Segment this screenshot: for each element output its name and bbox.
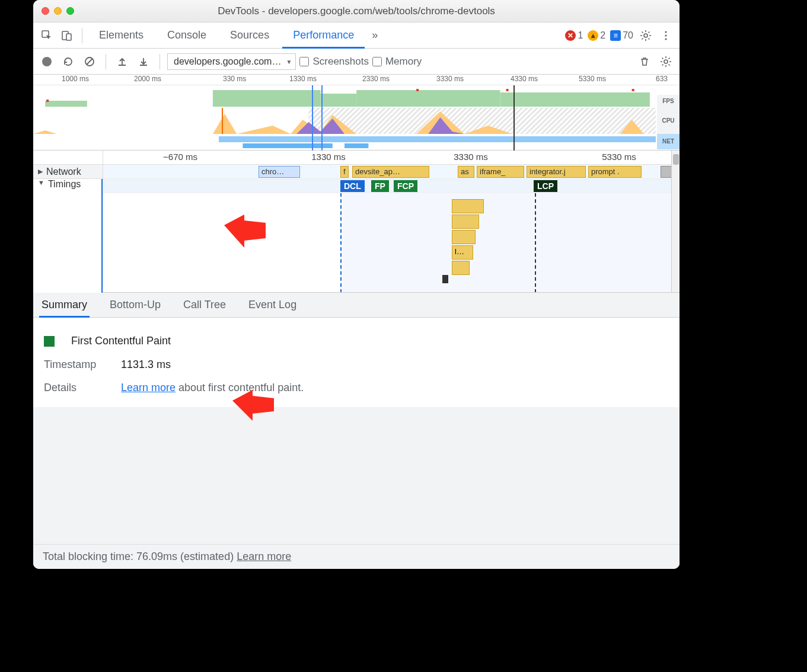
chevron-down-icon: ▼ [38,179,44,186]
flame-ruler: −670 ms 1330 ms 3330 ms 5330 ms [103,151,671,165]
memory-checkbox[interactable]: Memory [372,56,422,68]
svg-point-11 [664,60,668,63]
screenshots-label: Screenshots [312,56,369,68]
recording-selector[interactable]: developers.google.com… [167,53,296,70]
separator [82,28,82,43]
flame-tick: −670 ms [163,152,197,162]
error-count-value: 1 [578,30,583,41]
fps-lane [33,85,656,108]
close-window-button[interactable] [42,7,49,15]
learn-more-link[interactable]: Learn more [121,382,176,393]
tab-summary[interactable]: Summary [39,293,90,318]
long-task-bar[interactable] [452,261,470,275]
ruler-tick: 3330 ms [436,75,464,83]
details-label: Details [44,376,109,400]
upload-profile-icon[interactable] [113,53,131,71]
net-bar-gray[interactable] [661,166,671,178]
timestamp-label: Timestamp [44,353,109,377]
overview-selection[interactable] [312,85,323,151]
info-count[interactable]: ≡70 [609,30,634,41]
svg-marker-27 [224,215,266,248]
net-bar-integrator[interactable]: integrator.j [527,166,586,178]
tab-bottom-up[interactable]: Bottom-Up [107,293,163,318]
tab-elements[interactable]: Elements [88,23,154,49]
long-task-bar[interactable] [452,215,479,229]
fp-badge[interactable]: FP [371,180,389,192]
scrollbar-thumb[interactable] [673,154,679,165]
net-bar-prompt[interactable]: prompt . [588,166,642,178]
separator [160,54,160,69]
svg-rect-16 [500,92,650,107]
svg-line-8 [87,59,92,65]
ruler-tick: 2330 ms [362,75,390,83]
flame-body: −670 ms 1330 ms 3330 ms 5330 ms chro… f … [103,151,671,292]
record-button[interactable] [38,53,56,71]
performance-toolbar: developers.google.com… Screenshots Memor… [33,49,680,75]
perf-settings-icon[interactable] [657,53,675,71]
timings-area: l… [340,193,671,292]
download-profile-icon[interactable] [135,53,152,71]
minimize-window-button[interactable] [54,7,62,15]
lcp-line [535,193,536,292]
ruler-tick: 330 ms [223,75,246,83]
kebab-menu-icon[interactable] [657,27,675,44]
svg-rect-15 [356,90,500,107]
screenshots-checkbox[interactable]: Screenshots [299,56,369,68]
tab-console[interactable]: Console [157,23,217,49]
flame-chart[interactable]: ▶ Network ▼ Timings −670 ms 1330 ms 3330… [33,151,680,293]
network-track-header[interactable]: ▶ Network [33,165,103,179]
ruler-tick: 1000 ms [62,75,89,83]
clear-icon[interactable] [81,53,98,71]
zoom-window-button[interactable] [66,7,74,15]
long-task-bar[interactable] [452,230,476,244]
svg-rect-12 [45,101,87,107]
long-task-bar[interactable]: l… [452,245,473,260]
tabs-overflow[interactable]: » [367,29,382,41]
net-bar-as[interactable]: as [458,166,474,178]
flame-tick: 3330 ms [454,152,488,162]
footer-learn-more-link[interactable]: Learn more [237,551,291,562]
overview-timeline[interactable]: 1000 ms 2000 ms 330 ms 1330 ms 2330 ms 3… [33,75,680,151]
timings-track-header[interactable]: ▼ Timings [33,179,103,293]
device-toolbar-icon[interactable] [58,27,76,44]
ruler-tick: 4330 ms [511,75,538,83]
long-task-bar[interactable] [452,199,484,213]
net-bar-devsite[interactable]: devsite_ap… [352,166,429,178]
reload-record-icon[interactable] [59,53,77,71]
svg-rect-24 [219,136,656,142]
svg-rect-20 [632,89,634,91]
summary-title: First Contentful Paint [71,329,171,353]
net-bar-iframe[interactable]: iframe_ [477,166,524,178]
tab-sources[interactable]: Sources [219,23,280,49]
dcl-badge[interactable]: DCL [340,180,365,192]
cpu-label: CPU [657,108,680,134]
tab-event-log[interactable]: Event Log [246,293,299,318]
timings-track-label: Timings [48,179,81,190]
svg-rect-19 [506,89,509,91]
lcp-badge[interactable]: LCP [534,180,557,192]
error-count[interactable]: ✕1 [564,30,584,41]
screenshots-checkbox-input[interactable] [299,57,309,66]
inspect-element-icon[interactable] [38,27,56,44]
status-counts: ✕1 ▲2 ≡70 [564,27,675,44]
traffic-lights [42,7,74,15]
devtools-tabs: Elements Console Sources Performance » ✕… [33,23,680,49]
summary-empty: Total blocking time: 76.09ms (estimated)… [33,407,680,569]
net-bar-chro[interactable]: chro… [259,166,300,178]
svg-rect-17 [46,100,49,102]
fcp-badge[interactable]: FCP [394,180,417,192]
flame-scrollbar[interactable] [671,151,680,292]
tab-call-tree[interactable]: Call Tree [181,293,228,318]
tab-performance[interactable]: Performance [282,23,365,49]
svg-marker-28 [232,390,274,421]
warning-count[interactable]: ▲2 [586,30,607,41]
cpu-lane [33,108,656,134]
ruler-tick: 2000 ms [134,75,161,83]
trash-icon[interactable] [636,53,653,71]
memory-checkbox-input[interactable] [372,57,382,66]
svg-point-4 [665,31,666,33]
net-lane [33,134,656,149]
svg-rect-18 [416,89,419,91]
net-bar-f[interactable]: f [340,166,349,178]
settings-icon[interactable] [637,27,655,44]
